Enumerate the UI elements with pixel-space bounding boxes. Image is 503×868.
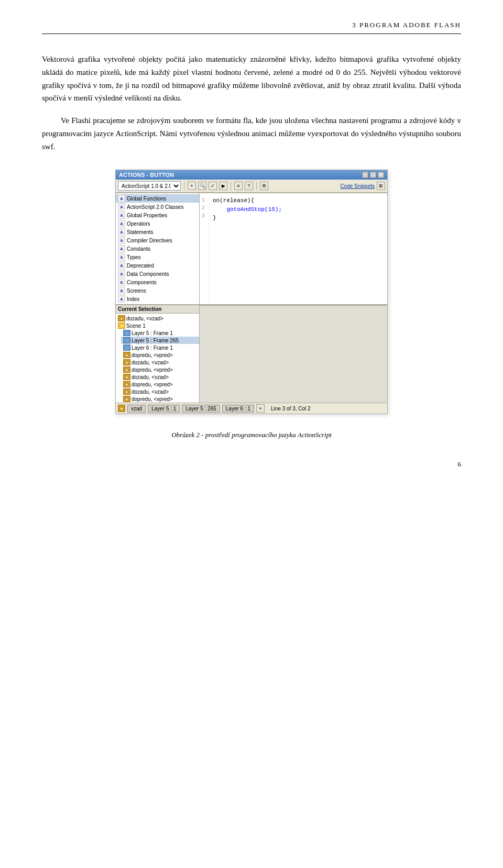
screens-icon: A: [118, 287, 125, 294]
action-item-data-components[interactable]: A Data Components: [116, 270, 199, 278]
screens-label: Screens: [127, 288, 146, 294]
dopredu-icon-3: ♦: [123, 381, 130, 387]
action-item-types[interactable]: A Types: [116, 253, 199, 261]
status-line-info: Line 3 of 3, Col 2: [271, 406, 311, 411]
action-item-as2-classes[interactable]: A ActionScript 2.0 Classes: [116, 203, 199, 211]
sel-item-dopredu-3[interactable]: ♦ dopredu, <vpred>: [121, 381, 199, 388]
format-icon[interactable]: ≡: [234, 182, 243, 190]
sel-item-dozadu-1[interactable]: ♦ dozadu, <vzad>: [116, 315, 199, 322]
code-snippets-link[interactable]: Code Snippets: [340, 183, 375, 189]
titlebar-buttons: ─ □ ✕: [362, 172, 384, 178]
sel-item-scene1[interactable]: 📁 Scene 1: [116, 322, 199, 329]
action-item-deprecated[interactable]: A Deprecated: [116, 261, 199, 270]
operators-icon: A: [118, 220, 125, 227]
sel-item-layer5-f265[interactable]: □ Layer 5 : Frame 265: [121, 337, 199, 344]
as2-classes-label: ActionScript 2.0 Classes: [127, 204, 183, 210]
toolbar-sep-3: [256, 182, 257, 190]
global-props-icon: A: [118, 212, 125, 219]
as2-classes-icon: A: [118, 203, 125, 210]
status-tab-layer5-265[interactable]: Layer 5 : 265: [182, 405, 220, 413]
help-icon[interactable]: ?: [245, 182, 253, 190]
actions-list: A Global Functions A ActionScript 2.0 Cl…: [116, 193, 199, 304]
action-item-statements[interactable]: A Statements: [116, 228, 199, 236]
flash-window-title: ACTIONS - BUTTON: [119, 172, 174, 178]
sel-item-dopredu-1[interactable]: ♦ dopredu, <vpred>: [121, 351, 199, 359]
bottom-section: Current Selection ♦ dozadu, <vzad> 📁 Sce…: [116, 304, 387, 403]
layer5-f1-label: Layer 5 : Frame 1: [132, 330, 173, 336]
status-tab-vzad[interactable]: vzad: [127, 405, 146, 413]
action-item-index[interactable]: A Index: [116, 295, 199, 303]
dopredu-icon-4: ♦: [123, 396, 130, 402]
page-number: 6: [42, 460, 461, 469]
close-btn[interactable]: ✕: [378, 172, 384, 178]
data-components-icon: A: [118, 270, 125, 277]
dopredu-icon-1: ♦: [123, 352, 130, 358]
sel-item-dozadu-4[interactable]: ♦ dozadu, <vzad>: [121, 388, 199, 395]
action-item-global-props[interactable]: A Global Properties: [116, 211, 199, 219]
components-icon: A: [118, 279, 125, 286]
tools-icon[interactable]: ⚙: [260, 182, 268, 190]
types-label: Types: [127, 254, 141, 260]
search-icon[interactable]: 🔍: [198, 182, 206, 190]
statements-icon: A: [118, 228, 125, 236]
sel-item-dopredu-4[interactable]: ♦ dopredu, <vpred>: [121, 395, 199, 403]
dozadu-icon-4: ♦: [123, 388, 130, 395]
sel-item-layer6-f1[interactable]: □ Layer 6 : Frame 1: [121, 344, 199, 351]
paragraph-1: Vektorová grafika vytvořené objekty počí…: [42, 53, 461, 105]
debug-icon[interactable]: ▶: [219, 182, 227, 190]
global-functions-label: Global Functions: [127, 196, 166, 202]
dopredu-label-1: dopredu, <vpred>: [132, 352, 173, 358]
data-components-label: Data Components: [127, 271, 169, 277]
dopredu-label-3: dopredu, <vpred>: [132, 382, 173, 387]
action-item-operators[interactable]: A Operators: [116, 219, 199, 228]
action-item-global-functions[interactable]: A Global Functions: [116, 194, 199, 203]
action-item-compiler-directives[interactable]: A Compiler Directives: [116, 236, 199, 244]
add-icon[interactable]: +: [188, 182, 196, 190]
index-icon: A: [118, 295, 125, 303]
flash-screenshot: ACTIONS - BUTTON ─ □ ✕ ActionScript 1.0 …: [115, 170, 388, 414]
compiler-directives-label: Compiler Directives: [127, 238, 172, 243]
current-selection-title: Current Selection: [118, 306, 161, 312]
status-expand-icon[interactable]: »: [256, 404, 265, 413]
minimize-btn[interactable]: ─: [362, 172, 368, 178]
status-tab-layer5-1[interactable]: Layer 5 : 1: [148, 405, 180, 413]
status-tab-layer6-1[interactable]: Layer 6 : 1: [222, 405, 254, 413]
scene1-label: Scene 1: [126, 323, 146, 329]
code-content[interactable]: on(release){ gotoAndStop(15); }: [213, 195, 385, 302]
layer5-f265-icon: □: [123, 337, 130, 343]
dopredu-label-2: dopredu, <vpred>: [132, 367, 173, 373]
global-functions-icon: A: [118, 195, 125, 202]
check-icon[interactable]: ✓: [209, 182, 217, 190]
sel-item-dozadu-3[interactable]: ♦ dozadu, <vzad>: [121, 373, 199, 381]
flash-status-bar: ♦ vzad Layer 5 : 1 Layer 5 : 265 Layer 6…: [116, 403, 387, 414]
current-selection-panel: Current Selection ♦ dozadu, <vzad> 📁 Sce…: [116, 305, 200, 403]
action-item-constants[interactable]: A Constants: [116, 244, 199, 253]
dozadu-icon-1: ♦: [118, 315, 125, 321]
global-props-label: Global Properties: [127, 213, 167, 218]
code-line-2: gotoAndStop(15);: [213, 205, 385, 214]
dopredu-icon-2: ♦: [123, 366, 130, 373]
sel-item-dozadu-2[interactable]: ♦ dozadu, <vzad>: [121, 359, 199, 366]
layer6-f1-label: Layer 6 : Frame 1: [132, 345, 173, 351]
selection-list: ♦ dozadu, <vzad> 📁 Scene 1 □ Layer 5 : F…: [116, 314, 199, 403]
bottom-right-area: [200, 305, 387, 403]
actions-panel: A Global Functions A ActionScript 2.0 Cl…: [116, 193, 200, 304]
code-area: 1 2 3 on(release){ gotoAndStop(15); }: [200, 193, 387, 304]
current-selection-header: Current Selection: [116, 305, 199, 314]
deprecated-label: Deprecated: [127, 263, 154, 269]
sel-item-dopredu-2[interactable]: ♦ dopredu, <vpred>: [121, 366, 199, 373]
action-item-screens[interactable]: A Screens: [116, 286, 199, 295]
types-icon: A: [118, 253, 125, 261]
dozadu-label-1: dozadu, <vzad>: [126, 316, 163, 321]
action-item-components[interactable]: A Components: [116, 278, 199, 286]
components-label: Components: [127, 280, 157, 285]
expand-icon[interactable]: ⊞: [377, 182, 385, 190]
actionscript-version-select[interactable]: ActionScript 1.0 & 2.0: [118, 181, 181, 191]
page-header: 3 Program Adobe Flash: [42, 21, 461, 34]
sel-item-layer5-f1[interactable]: □ Layer 5 : Frame 1: [121, 329, 199, 337]
toolbar-sep-2: [231, 182, 231, 190]
dozadu-label-4: dozadu, <vzad>: [132, 389, 169, 395]
code-line-3: }: [213, 214, 385, 222]
layer5-f265-label: Layer 5 : Frame 265: [132, 338, 179, 343]
maximize-btn[interactable]: □: [370, 172, 376, 178]
